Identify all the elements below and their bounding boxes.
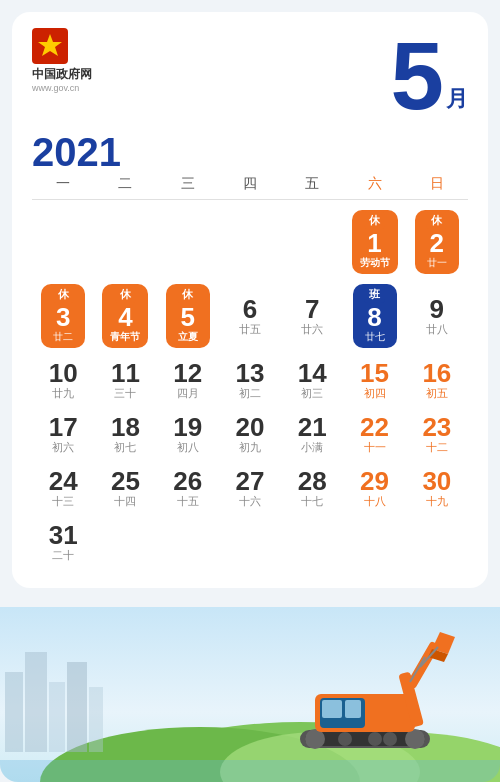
day-21: 21 小满 (281, 408, 343, 460)
day-2: 休 2 廿一 (406, 206, 468, 278)
day-5: 休 5 立夏 (157, 280, 219, 352)
svg-point-15 (338, 732, 352, 746)
svg-point-16 (368, 732, 382, 746)
day-9: 9 廿八 (406, 280, 468, 352)
holiday-badge-3: 休 (53, 286, 74, 303)
day-22: 22 十一 (343, 408, 405, 460)
svg-rect-10 (89, 687, 103, 752)
weekday-tue: 二 (94, 175, 156, 193)
logo-area: 中国政府网 www.gov.cn (32, 28, 92, 93)
day-10: 10 廿九 (32, 354, 94, 406)
buildings-svg (0, 632, 160, 752)
weekday-fri: 五 (281, 175, 343, 193)
day-19: 19 初八 (157, 408, 219, 460)
day-4: 休 4 青年节 (94, 280, 156, 352)
empty-end-5 (343, 516, 405, 568)
empty-end-2 (157, 516, 219, 568)
day-14: 14 初三 (281, 354, 343, 406)
holiday-badge-5: 休 (177, 286, 198, 303)
excavator-svg (270, 622, 490, 762)
day-12: 12 四月 (157, 354, 219, 406)
day-23: 23 十二 (406, 408, 468, 460)
day-20: 20 初九 (219, 408, 281, 460)
empty-end-6 (406, 516, 468, 568)
svg-point-17 (383, 732, 397, 746)
weekday-sun: 日 (406, 175, 468, 193)
day-3: 休 3 廿二 (32, 280, 94, 352)
day-26: 26 十五 (157, 462, 219, 514)
header-row: 中国政府网 www.gov.cn 5 月 (32, 28, 468, 124)
empty-end-3 (219, 516, 281, 568)
day-15: 15 初四 (343, 354, 405, 406)
logo-name: 中国政府网 (32, 66, 92, 83)
weekday-thu: 四 (219, 175, 281, 193)
day-18: 18 初七 (94, 408, 156, 460)
weekday-header: 一 二 三 四 五 六 日 (32, 175, 468, 200)
day-6: 6 廿五 (219, 280, 281, 352)
day-24: 24 十三 (32, 462, 94, 514)
calendar-grid: 休 1 劳动节 休 2 廿一 休 3 廿二 休 4 (32, 206, 468, 568)
day-11: 11 三十 (94, 354, 156, 406)
logo-url: www.gov.cn (32, 83, 79, 93)
svg-rect-9 (67, 662, 87, 752)
day-16: 16 初五 (406, 354, 468, 406)
month-number: 5 (391, 28, 444, 124)
month-display: 5 月 (391, 28, 468, 124)
day-7: 7 廿六 (281, 280, 343, 352)
svg-rect-21 (345, 700, 361, 718)
day-1: 休 1 劳动节 (343, 206, 405, 278)
day-17: 17 初六 (32, 408, 94, 460)
year-display: 2021 (32, 130, 468, 175)
holiday-badge-4: 休 (115, 286, 136, 303)
weekday-sat: 六 (343, 175, 405, 193)
day-27: 27 十六 (219, 462, 281, 514)
svg-rect-7 (25, 652, 47, 752)
weekday-mon: 一 (32, 175, 94, 193)
day-8: 班 8 廿七 (343, 280, 405, 352)
svg-rect-6 (5, 672, 23, 752)
bottom-scene (0, 607, 500, 782)
day-25: 25 十四 (94, 462, 156, 514)
holiday-badge-2: 休 (426, 212, 447, 229)
svg-rect-8 (49, 682, 65, 752)
day-29: 29 十八 (343, 462, 405, 514)
ban-badge-8: 班 (364, 286, 385, 303)
empty-end-4 (281, 516, 343, 568)
empty-end-1 (94, 516, 156, 568)
svg-rect-20 (322, 700, 342, 718)
day-30: 30 十九 (406, 462, 468, 514)
weekday-wed: 三 (157, 175, 219, 193)
month-label: 月 (446, 88, 468, 110)
day-31: 31 二十 (32, 516, 94, 568)
logo-icon (32, 28, 68, 64)
holiday-badge-1: 休 (364, 212, 385, 229)
day-13: 13 初二 (219, 354, 281, 406)
calendar-card: 中国政府网 www.gov.cn 5 月 2021 一 二 三 四 五 六 日 … (12, 12, 488, 588)
day-28: 28 十七 (281, 462, 343, 514)
